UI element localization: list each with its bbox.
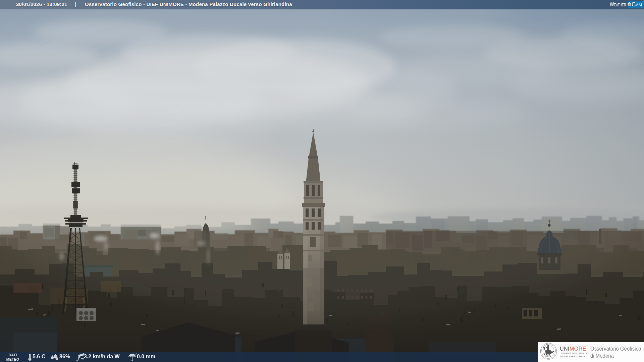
- svg-text:1175: 1175: [547, 358, 550, 360]
